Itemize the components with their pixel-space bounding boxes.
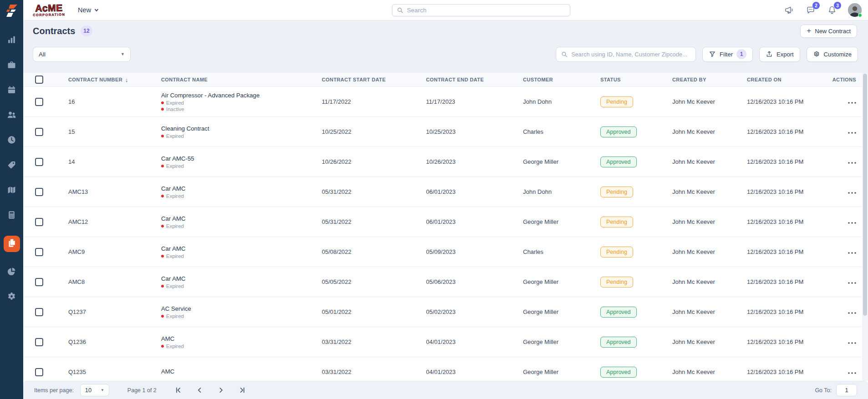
global-search[interactable] — [392, 4, 570, 16]
online-status-dot — [858, 13, 862, 17]
sidebar-item-briefcase[interactable] — [4, 61, 20, 71]
app-logo[interactable] — [5, 4, 19, 18]
contract-name: Car AMC — [161, 275, 322, 282]
documents-icon — [7, 238, 16, 249]
global-search-input[interactable] — [407, 7, 565, 14]
column-header-customer[interactable]: CUSTOMER — [523, 77, 600, 82]
sidebar-item-pie-chart[interactable] — [4, 267, 20, 277]
goto-page-input[interactable] — [836, 384, 857, 396]
next-page-button[interactable] — [217, 386, 226, 395]
sidebar-item-map[interactable] — [4, 186, 20, 196]
users-icon — [7, 110, 16, 121]
column-header-end-date[interactable]: CONTRACT END DATE — [426, 77, 523, 82]
export-button[interactable]: Export — [759, 47, 800, 62]
table-row[interactable]: 16 Air Compressor - Advanced Package Exp… — [23, 87, 868, 117]
contract-start-date: 05/05/2022 — [322, 278, 426, 285]
row-checkbox[interactable] — [35, 188, 43, 196]
table-search[interactable] — [556, 47, 696, 62]
new-menu[interactable]: New — [78, 6, 99, 14]
contract-start-date: 05/31/2022 — [322, 188, 426, 195]
column-header-start-date[interactable]: CONTRACT START DATE — [322, 77, 426, 82]
items-per-page-select[interactable]: 10 ▼ — [80, 384, 109, 396]
table-row[interactable]: 15 Cleaning Contract Expired 10/25/2022 … — [23, 117, 868, 147]
sidebar-item-documents[interactable] — [4, 236, 20, 252]
filter-button[interactable]: Filter 1 — [702, 47, 753, 62]
sidebar-item-users[interactable] — [4, 111, 20, 121]
sidebar-item-calculator[interactable] — [4, 211, 20, 221]
table-row[interactable]: AMC9 Car AMC Expired 05/08/2022 05/09/20… — [23, 237, 868, 267]
app-root: AcME CORPORATION New 2 — [0, 0, 868, 399]
sidebar-item-calendar[interactable] — [4, 86, 20, 96]
row-checkbox[interactable] — [35, 308, 43, 316]
table-row[interactable]: AMC8 Car AMC Expired 05/05/2022 05/06/20… — [23, 267, 868, 297]
column-header-created-on[interactable]: CREATED ON — [747, 77, 829, 82]
row-actions-button[interactable] — [848, 369, 856, 375]
row-actions-button[interactable] — [848, 278, 856, 285]
column-header-created-by[interactable]: CREATED BY — [672, 77, 747, 82]
customize-button[interactable]: Customize — [807, 47, 858, 62]
table-row[interactable]: AMC13 Car AMC Expired 05/31/2022 06/01/2… — [23, 177, 868, 207]
contract-number: AMC13 — [68, 188, 161, 195]
contract-name: Air Compressor - Advanced Package — [161, 92, 322, 99]
column-header-status[interactable]: STATUS — [600, 77, 672, 82]
last-page-button[interactable] — [238, 386, 247, 395]
created-on: 12/16/2023 10:16 PM — [747, 248, 829, 255]
row-checkbox[interactable] — [35, 248, 43, 256]
page-info: Page 1 of 2 — [127, 387, 157, 394]
view-filter-select[interactable]: All ▼ — [33, 47, 131, 62]
created-by: John Mc Keever — [672, 369, 747, 375]
notifications-button[interactable]: 3 — [827, 5, 838, 15]
sidebar-item-tag[interactable] — [4, 161, 20, 171]
first-page-button[interactable] — [174, 386, 183, 395]
row-actions-button[interactable] — [848, 98, 856, 105]
table-row[interactable]: AMC12 Car AMC Expired 05/31/2022 06/01/2… — [23, 207, 868, 237]
page-header: Contracts 12 + New Contract — [23, 20, 868, 41]
user-avatar[interactable] — [848, 3, 862, 17]
table-row[interactable]: Q1236 AMC Expired 03/31/2022 04/01/2023 … — [23, 327, 868, 357]
column-header-contract-name[interactable]: CONTRACT NAME — [161, 77, 322, 82]
row-actions-button[interactable] — [848, 338, 856, 345]
vertical-scrollbar-thumb[interactable] — [863, 74, 867, 316]
company-logo[interactable]: AcME CORPORATION — [33, 3, 66, 17]
lifecycle-tag: Expired — [161, 163, 322, 169]
row-actions-button[interactable] — [848, 218, 856, 225]
row-actions-button[interactable] — [848, 248, 856, 255]
red-dot-icon — [161, 165, 164, 167]
row-checkbox[interactable] — [35, 98, 43, 106]
contract-name-cell: AMC — [161, 368, 322, 376]
column-header-contract-number[interactable]: CONTRACT NUMBER↓ — [68, 76, 161, 83]
sidebar-item-bar-chart[interactable] — [4, 35, 20, 45]
row-checkbox[interactable] — [35, 278, 43, 286]
contract-name: AMC — [161, 335, 322, 342]
contract-tags: Expired — [161, 283, 322, 289]
select-all-checkbox[interactable] — [35, 76, 43, 84]
row-checkbox[interactable] — [35, 158, 43, 166]
previous-page-button[interactable] — [195, 386, 204, 395]
row-checkbox[interactable] — [35, 218, 43, 226]
dropdown-arrow-icon: ▼ — [121, 52, 125, 56]
row-checkbox[interactable] — [35, 368, 43, 376]
sidebar-item-gear[interactable] — [4, 292, 20, 302]
table-search-input[interactable] — [571, 51, 690, 58]
row-checkbox[interactable] — [35, 128, 43, 136]
lifecycle-tag: Expired — [161, 283, 322, 289]
row-checkbox[interactable] — [35, 338, 43, 346]
created-by: John Mc Keever — [672, 98, 747, 105]
announcements-button[interactable] — [784, 5, 795, 15]
table-body: 16 Air Compressor - Advanced Package Exp… — [23, 87, 868, 387]
table-row[interactable]: 14 Car AMC-55 Expired 10/26/2022 10/26/2… — [23, 147, 868, 177]
row-actions-button[interactable] — [848, 308, 856, 315]
sort-desc-icon: ↓ — [125, 76, 128, 83]
row-actions-button[interactable] — [848, 128, 856, 135]
row-actions-button[interactable] — [848, 158, 856, 165]
created-on: 12/16/2023 10:16 PM — [747, 158, 829, 165]
status-badge: Approved — [600, 367, 637, 378]
messages-button[interactable]: 2 — [805, 5, 816, 15]
created-by: John Mc Keever — [672, 338, 747, 345]
contract-end-date: 05/02/2023 — [426, 308, 523, 315]
new-contract-button[interactable]: + New Contract — [800, 25, 857, 38]
row-actions-button[interactable] — [848, 188, 856, 195]
table-row[interactable]: Q1237 AC Service Expired 05/01/2022 05/0… — [23, 297, 868, 327]
contract-end-date: 04/01/2023 — [426, 369, 523, 375]
sidebar-item-clock[interactable] — [4, 136, 20, 146]
